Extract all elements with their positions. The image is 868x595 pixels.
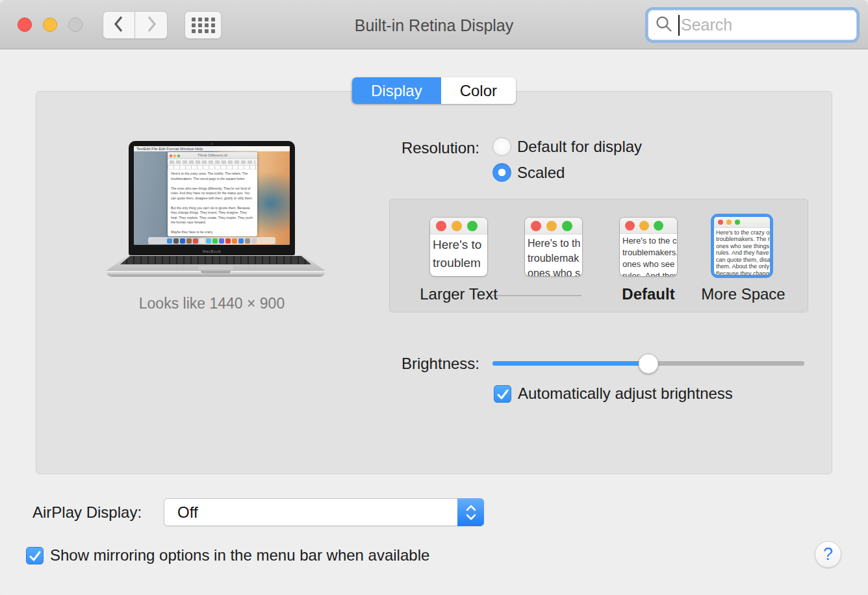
chevron-left-icon	[113, 14, 125, 36]
thumb-titlebar	[620, 218, 677, 234]
auto-brightness-checkbox[interactable]	[494, 385, 511, 403]
brightness-slider-thumb[interactable]	[639, 353, 659, 373]
scale-thumb-2[interactable]: Here's to th troublemak ones who s	[525, 218, 582, 276]
minimize-button[interactable]	[43, 18, 57, 32]
tab-display[interactable]: Display	[352, 77, 441, 104]
radio-label-default: Default for display	[517, 138, 642, 156]
traffic-lights	[18, 18, 83, 32]
resolution-option-default[interactable]: Default for display	[492, 137, 642, 156]
checkmark-icon	[496, 388, 510, 402]
scaled-options-panel: Here's to troublem Here's to th troublem…	[389, 199, 808, 312]
display-settings-panel: TextEdit File Edit Format Window Help Th…	[36, 91, 832, 474]
help-button[interactable]: ?	[815, 541, 841, 568]
mirroring-label: Show mirroring options in the menu bar w…	[50, 546, 429, 564]
thumb-preview-text: Here's to th troublemak ones who s	[525, 234, 582, 276]
thumb-preview-text: Here's to the cr troublemakers. ones who…	[620, 234, 677, 276]
zoom-button-disabled	[68, 18, 83, 32]
scale-thumb-more-space[interactable]: Here's to the crazy one troublemakers. T…	[711, 214, 773, 278]
radio-label-scaled: Scaled	[517, 164, 565, 182]
laptop-keys	[106, 256, 326, 264]
mirroring-options-row[interactable]: Show mirroring options in the menu bar w…	[26, 546, 429, 564]
thumb-titlebar	[525, 218, 582, 234]
scale-label-more-space: More Space	[687, 285, 799, 303]
preview-toolbar	[168, 159, 257, 166]
thumb-titlebar	[714, 217, 770, 228]
preview-screen-wallpaper: TextEdit File Edit Format Window Help Th…	[134, 146, 290, 245]
looks-like-caption: Looks like 1440 × 900	[95, 295, 329, 312]
grid-icon	[192, 18, 215, 33]
airplay-display-popup[interactable]: Off	[164, 498, 484, 526]
question-mark-icon: ?	[823, 544, 833, 564]
navigation-buttons	[103, 11, 168, 39]
displays-preferences-window: Built-in Retina Display	[0, 0, 868, 595]
airplay-selected-value: Off	[177, 499, 198, 525]
search-icon	[655, 15, 673, 36]
display-preview-image: TextEdit File Edit Format Window Help Th…	[129, 141, 295, 255]
popup-chevrons-icon	[457, 498, 484, 526]
forward-button-disabled	[135, 11, 168, 39]
thumb-titlebar	[430, 218, 487, 234]
mirroring-checkbox[interactable]	[26, 547, 44, 564]
search-input[interactable]	[681, 16, 850, 34]
display-color-tabs: Display Color	[352, 77, 516, 104]
close-button[interactable]	[18, 18, 32, 32]
show-all-button[interactable]	[185, 11, 222, 39]
radio-default-for-display[interactable]	[492, 137, 511, 156]
device-label: MacBook	[129, 249, 295, 253]
text-caret	[678, 15, 680, 36]
scale-thumb-default[interactable]: Here's to the cr troublemakers. ones who…	[620, 218, 677, 276]
thumb-preview-text: Here's to troublem	[430, 234, 487, 273]
auto-brightness-label: Automatically adjust brightness	[518, 385, 733, 403]
brightness-label: Brightness:	[36, 355, 479, 373]
laptop-trackpad	[198, 266, 233, 270]
brightness-slider-fill	[492, 361, 648, 366]
brightness-slider[interactable]	[492, 361, 804, 366]
preview-textedit-window: Think Different.rtf Here's to the crazy …	[168, 152, 257, 236]
scale-thumb-larger-text[interactable]: Here's to troublem	[430, 218, 487, 276]
thumb-preview-text: Here's to the crazy one troublemakers. T…	[714, 228, 770, 275]
chevron-right-icon	[146, 14, 157, 36]
preview-document-text: Here's to the crazy ones. The misfits. T…	[168, 170, 257, 236]
checkmark-icon	[28, 550, 42, 564]
laptop-base	[106, 271, 326, 277]
back-button[interactable]	[103, 11, 135, 39]
tab-color[interactable]: Color	[441, 77, 516, 104]
search-field[interactable]	[648, 10, 857, 40]
dock	[148, 237, 276, 244]
airplay-display-label: AirPlay Display:	[32, 498, 142, 526]
radio-scaled[interactable]	[492, 163, 511, 182]
resolution-option-scaled[interactable]: Scaled	[492, 163, 565, 182]
auto-brightness-row[interactable]: Automatically adjust brightness	[494, 385, 733, 403]
scale-label-larger-text: Larger Text	[403, 285, 514, 303]
titlebar[interactable]: Built-in Retina Display	[0, 0, 868, 49]
resolution-label: Resolution:	[36, 139, 479, 157]
